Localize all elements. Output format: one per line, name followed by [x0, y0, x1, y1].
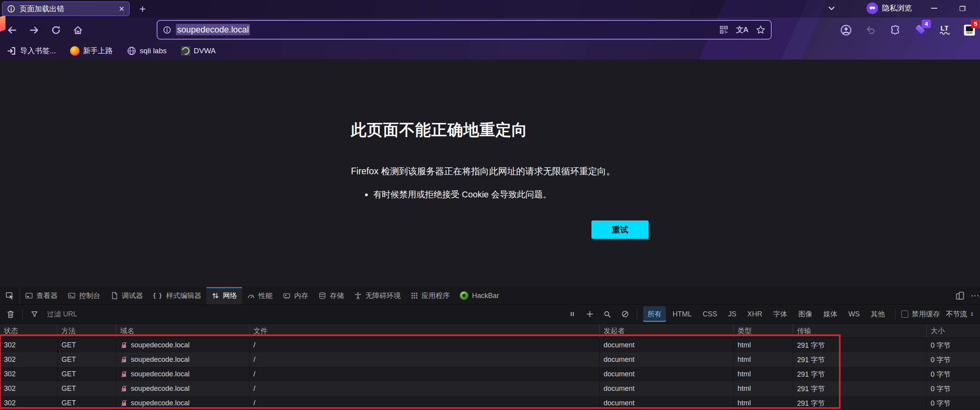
devtools-tab-label: HackBar [472, 292, 499, 300]
cell-size: 0 字节 [927, 367, 980, 381]
bookmark-item[interactable]: DVWA [181, 46, 216, 56]
filter-chip[interactable]: 所有 [643, 306, 666, 322]
filter-chip[interactable]: 图像 [794, 306, 817, 322]
undo-closed-tab-icon[interactable] [863, 23, 878, 38]
browser-tab[interactable]: 页面加载出错 ✕ [2, 2, 130, 16]
filter-chip[interactable]: 其他 [866, 306, 889, 322]
network-request-row[interactable]: 302GETsoupedecode.local/documenthtml291 … [0, 352, 980, 367]
disable-cache-toggle[interactable]: 禁用缓存 [901, 309, 940, 319]
devtools-tab[interactable]: 无障碍环境 [349, 287, 406, 304]
cell-status: 302 [0, 396, 58, 410]
filter-chip[interactable]: 媒体 [819, 306, 842, 322]
error-page-hint: 有时候禁用或拒绝接受 Cookie 会导致此问题。 [365, 189, 551, 200]
extension-lt-button[interactable]: LT [937, 23, 952, 38]
list-all-tabs-chevron-icon[interactable] [827, 4, 836, 13]
devtools-tab[interactable]: 存储 [313, 287, 349, 304]
network-request-row[interactable]: 302GETsoupedecode.local/documenthtml291 … [0, 396, 980, 410]
extension-layers-button[interactable]: 4 [913, 23, 928, 38]
filter-chip[interactable]: WS [844, 307, 864, 321]
devtools-tab[interactable]: 内存 [278, 287, 313, 304]
translate-icon[interactable]: 文A [736, 25, 748, 35]
site-info-icon[interactable] [163, 26, 171, 34]
column-header-method[interactable]: 方法 [58, 324, 116, 338]
column-header-size[interactable]: 大小 [927, 324, 980, 338]
column-header-transferred[interactable]: 传输 [793, 324, 927, 338]
bookmark-star-icon[interactable] [756, 25, 765, 34]
search-icon[interactable] [602, 308, 613, 320]
extension-badge-count: 5 [971, 20, 980, 28]
debugger-icon [110, 292, 118, 300]
browser-window: 页面加载出错 ✕ + 隐私浏览 soupedecode.local 文A [0, 0, 980, 410]
cell-transferred: 291 字节 [793, 367, 927, 381]
devtools-tab[interactable]: { }样式编辑器 [148, 287, 206, 304]
devtools-tab[interactable]: HackBar [455, 287, 504, 304]
cell-file: / [250, 381, 600, 396]
retry-button[interactable]: 重试 [591, 220, 649, 239]
column-header-type[interactable]: 类型 [734, 324, 793, 338]
network-request-row[interactable]: 302GETsoupedecode.local/documenthtml291 … [0, 381, 980, 396]
filter-url-input[interactable] [46, 310, 561, 319]
devtools-tab[interactable]: 调试器 [105, 287, 148, 304]
back-button[interactable] [2, 21, 22, 39]
clear-requests-trash-icon[interactable] [5, 308, 16, 320]
devtools-tab[interactable]: 应用程序 [406, 287, 455, 304]
browser-chrome: 页面加载出错 ✕ + 隐私浏览 soupedecode.local 文A [0, 0, 980, 60]
extensions-puzzle-icon[interactable] [888, 23, 903, 38]
responsive-design-mode-icon[interactable] [956, 291, 964, 300]
new-request-plus-icon[interactable] [584, 308, 596, 320]
cell-domain: soupedecode.local [116, 352, 250, 367]
filter-chip[interactable]: CSS [698, 307, 721, 321]
extension-find-button[interactable]: 5 [962, 23, 977, 38]
home-button[interactable] [68, 21, 88, 39]
cell-method: GET [58, 396, 116, 410]
application-icon [411, 292, 418, 299]
bookmark-item[interactable]: 新手上路 [70, 46, 113, 56]
accessibility-icon [354, 292, 362, 300]
filter-chip[interactable]: HTML [668, 307, 696, 321]
pause-recording-icon[interactable] [566, 308, 578, 320]
spinner-arrows-icon [969, 311, 975, 317]
filter-chip[interactable]: JS [724, 307, 741, 321]
cell-domain: soupedecode.local [116, 367, 250, 381]
disable-cache-checkbox[interactable] [901, 311, 908, 318]
network-request-row[interactable]: 302GETsoupedecode.local/documenthtml291 … [0, 338, 980, 352]
url-bar[interactable]: soupedecode.local 文A [157, 20, 772, 40]
account-icon[interactable] [839, 23, 853, 38]
cell-initiator: document [600, 381, 734, 396]
devtools-tab-label: 控制台 [79, 291, 100, 300]
url-input[interactable]: soupedecode.local [176, 25, 250, 35]
devtools-tab[interactable]: 性能 [242, 287, 278, 304]
forward-button[interactable] [24, 21, 44, 39]
devtools-tab-label: 无障碍环境 [365, 291, 401, 300]
reload-button[interactable] [46, 21, 66, 39]
column-header-initiator[interactable]: 发起者 [600, 324, 734, 338]
window-restore-button[interactable] [951, 0, 974, 16]
column-header-file[interactable]: 文件 [250, 324, 600, 338]
cell-type: html [734, 367, 793, 381]
divider [637, 309, 637, 320]
devtools-tab[interactable]: 控制台 [63, 287, 105, 304]
column-header-domain[interactable]: 域名 [116, 324, 250, 338]
window-minimize-button[interactable] [923, 0, 946, 16]
pick-element-button[interactable] [0, 287, 20, 304]
filter-chip[interactable]: 字体 [769, 306, 792, 322]
qr-code-icon[interactable] [720, 25, 728, 34]
devtools-menu-icon[interactable]: ⋯ [971, 291, 979, 301]
network-request-row[interactable]: 302GETsoupedecode.local/documenthtml291 … [0, 367, 980, 381]
devtools-tab[interactable]: 查看器 [20, 287, 63, 304]
new-tab-button[interactable]: + [136, 3, 150, 15]
filter-chip[interactable]: XHR [743, 307, 767, 321]
throttling-dropdown[interactable]: 不节流 [946, 309, 975, 319]
bookmark-item[interactable]: sqli labs [127, 46, 167, 56]
column-header-status[interactable]: 状态 [0, 324, 58, 338]
cell-file: / [250, 352, 600, 367]
cell-size: 0 字节 [927, 352, 980, 367]
devtools-tab[interactable]: 网络 [206, 287, 242, 304]
block-requests-icon[interactable] [619, 308, 631, 320]
cell-file: / [250, 367, 600, 381]
bookmark-item[interactable]: 导入书签... [7, 46, 56, 56]
cell-initiator: document [600, 352, 734, 367]
tab-close-icon[interactable]: ✕ [119, 5, 125, 13]
cell-initiator: document [600, 396, 734, 410]
cell-status: 302 [0, 381, 58, 396]
